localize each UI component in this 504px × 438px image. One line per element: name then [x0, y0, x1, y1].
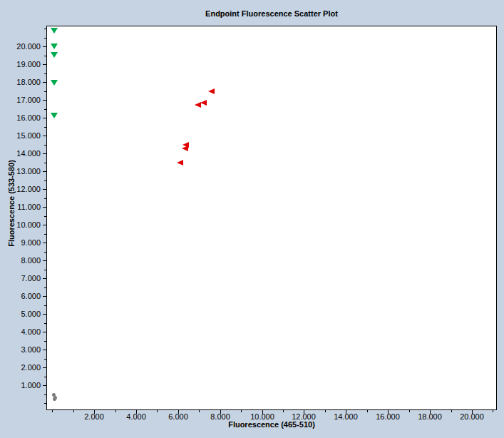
y-axis-label: Fluorescence (533-580) [7, 160, 16, 247]
y-tick-label: 3.000 [0, 345, 41, 354]
y-tick-label: 18.000 [0, 78, 41, 86]
x-minor-tick [493, 410, 493, 412]
y-minor-tick [44, 73, 46, 74]
y-major-tick [43, 207, 46, 208]
y-major-tick [43, 314, 46, 315]
y-major-tick [43, 350, 46, 350]
y-major-tick [43, 225, 46, 225]
y-major-tick [43, 82, 46, 83]
y-minor-tick [44, 287, 46, 288]
point-green-down-triangles [51, 52, 58, 58]
y-major-tick [43, 118, 46, 118]
y-minor-tick [44, 359, 46, 360]
point-red-left-triangles [195, 102, 201, 108]
y-minor-tick [44, 145, 46, 146]
y-minor-tick [44, 305, 46, 306]
point-green-down-triangles [51, 44, 58, 49]
y-minor-tick [44, 29, 46, 29]
y-minor-tick [44, 127, 46, 128]
y-minor-tick [44, 341, 46, 342]
y-minor-tick [44, 270, 46, 270]
y-major-tick [43, 64, 46, 65]
y-major-tick [43, 171, 46, 172]
x-minor-tick [241, 410, 242, 412]
y-minor-tick [44, 180, 46, 181]
y-tick-label: 10.000 [0, 220, 41, 229]
y-minor-tick [44, 56, 46, 56]
y-major-tick [43, 278, 46, 279]
y-tick-label: 20.000 [0, 42, 41, 51]
point-red-left-triangles [182, 146, 188, 151]
y-tick-label: 17.000 [0, 96, 41, 104]
y-minor-tick [44, 234, 46, 235]
y-minor-tick [44, 323, 46, 324]
y-major-tick [43, 385, 46, 386]
y-minor-tick [44, 377, 46, 377]
y-tick-label: 1.000 [0, 381, 41, 389]
x-minor-tick [283, 410, 284, 412]
y-minor-tick [44, 394, 46, 395]
x-minor-tick [325, 410, 326, 412]
y-minor-tick [44, 216, 46, 217]
point-green-down-triangles [51, 28, 58, 34]
y-minor-tick [44, 109, 46, 110]
point-green-down-triangles [51, 113, 58, 118]
y-tick-label: 4.000 [0, 327, 41, 336]
x-minor-tick [115, 410, 116, 412]
scatter-plot-window: Endpoint Fluorescence Scatter Plot 1.000… [0, 0, 504, 438]
y-major-tick [43, 260, 46, 261]
y-tick-label: 5.000 [0, 310, 41, 318]
y-minor-tick [44, 163, 46, 163]
y-major-tick [43, 367, 46, 368]
y-tick-label: 8.000 [0, 256, 41, 265]
y-major-tick [43, 243, 46, 243]
point-red-left-triangles [200, 100, 207, 106]
x-minor-tick [52, 410, 53, 412]
y-major-tick [43, 153, 46, 154]
x-minor-tick [73, 410, 74, 412]
y-minor-tick [44, 38, 46, 39]
y-minor-tick [44, 198, 46, 199]
y-major-tick [43, 332, 46, 332]
y-tick-label: 15.000 [0, 131, 41, 140]
y-minor-tick [44, 91, 46, 92]
plot-area[interactable] [46, 26, 497, 410]
y-minor-tick [44, 403, 46, 404]
x-axis-label: Fluorescence (465-510) [46, 420, 497, 429]
x-minor-tick [367, 410, 368, 412]
y-tick-label: 14.000 [0, 149, 41, 158]
y-tick-label: 19.000 [0, 60, 41, 68]
y-tick-label: 2.000 [0, 363, 41, 372]
y-major-tick [43, 189, 46, 190]
y-minor-tick [44, 252, 46, 253]
y-major-tick [43, 46, 46, 47]
y-tick-label: 13.000 [0, 167, 41, 175]
y-major-tick [43, 100, 46, 101]
y-tick-label: 9.000 [0, 238, 41, 247]
chart-title: Endpoint Fluorescence Scatter Plot [46, 9, 497, 18]
y-tick-label: 7.000 [0, 274, 41, 282]
y-major-tick [43, 296, 46, 297]
y-tick-label: 6.000 [0, 292, 41, 300]
point-green-down-triangles [51, 80, 58, 86]
point-gray-dots [53, 397, 56, 401]
point-red-left-triangles [208, 88, 215, 94]
y-tick-label: 12.000 [0, 185, 41, 193]
x-minor-tick [157, 410, 158, 412]
y-tick-label: 16.000 [0, 113, 41, 122]
y-tick-label: 11.000 [0, 203, 41, 211]
y-major-tick [43, 136, 46, 136]
point-red-left-triangles [177, 160, 183, 165]
x-minor-tick [409, 410, 410, 412]
x-minor-tick [451, 410, 452, 412]
x-minor-tick [199, 410, 200, 412]
